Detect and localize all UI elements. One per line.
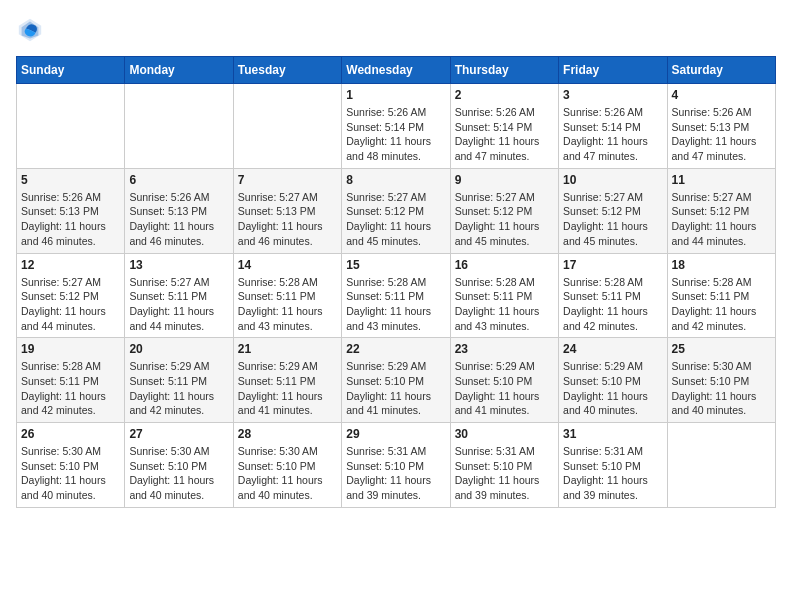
day-number: 29 xyxy=(346,427,445,441)
day-number: 21 xyxy=(238,342,337,356)
day-number: 31 xyxy=(563,427,662,441)
day-number: 8 xyxy=(346,173,445,187)
day-number: 16 xyxy=(455,258,554,272)
day-info: Sunrise: 5:28 AMSunset: 5:11 PMDaylight:… xyxy=(563,275,662,334)
day-info: Sunrise: 5:28 AMSunset: 5:11 PMDaylight:… xyxy=(238,275,337,334)
day-info: Sunrise: 5:31 AMSunset: 5:10 PMDaylight:… xyxy=(455,444,554,503)
calendar-header-row: SundayMondayTuesdayWednesdayThursdayFrid… xyxy=(17,57,776,84)
day-info: Sunrise: 5:27 AMSunset: 5:12 PMDaylight:… xyxy=(346,190,445,249)
day-info: Sunrise: 5:30 AMSunset: 5:10 PMDaylight:… xyxy=(21,444,120,503)
calendar-cell: 15Sunrise: 5:28 AMSunset: 5:11 PMDayligh… xyxy=(342,253,450,338)
calendar-cell: 29Sunrise: 5:31 AMSunset: 5:10 PMDayligh… xyxy=(342,423,450,508)
calendar-cell xyxy=(233,84,341,169)
day-info: Sunrise: 5:31 AMSunset: 5:10 PMDaylight:… xyxy=(346,444,445,503)
calendar-cell: 5Sunrise: 5:26 AMSunset: 5:13 PMDaylight… xyxy=(17,168,125,253)
weekday-header-monday: Monday xyxy=(125,57,233,84)
calendar-cell: 11Sunrise: 5:27 AMSunset: 5:12 PMDayligh… xyxy=(667,168,775,253)
calendar-week-row: 5Sunrise: 5:26 AMSunset: 5:13 PMDaylight… xyxy=(17,168,776,253)
day-info: Sunrise: 5:29 AMSunset: 5:10 PMDaylight:… xyxy=(455,359,554,418)
calendar-cell: 14Sunrise: 5:28 AMSunset: 5:11 PMDayligh… xyxy=(233,253,341,338)
calendar-cell: 1Sunrise: 5:26 AMSunset: 5:14 PMDaylight… xyxy=(342,84,450,169)
calendar-cell: 7Sunrise: 5:27 AMSunset: 5:13 PMDaylight… xyxy=(233,168,341,253)
calendar-cell: 19Sunrise: 5:28 AMSunset: 5:11 PMDayligh… xyxy=(17,338,125,423)
day-info: Sunrise: 5:28 AMSunset: 5:11 PMDaylight:… xyxy=(346,275,445,334)
day-number: 27 xyxy=(129,427,228,441)
day-info: Sunrise: 5:27 AMSunset: 5:12 PMDaylight:… xyxy=(455,190,554,249)
day-info: Sunrise: 5:30 AMSunset: 5:10 PMDaylight:… xyxy=(238,444,337,503)
day-info: Sunrise: 5:29 AMSunset: 5:11 PMDaylight:… xyxy=(129,359,228,418)
day-info: Sunrise: 5:26 AMSunset: 5:13 PMDaylight:… xyxy=(21,190,120,249)
day-number: 23 xyxy=(455,342,554,356)
day-info: Sunrise: 5:27 AMSunset: 5:11 PMDaylight:… xyxy=(129,275,228,334)
day-number: 6 xyxy=(129,173,228,187)
day-info: Sunrise: 5:26 AMSunset: 5:13 PMDaylight:… xyxy=(672,105,771,164)
weekday-header-friday: Friday xyxy=(559,57,667,84)
day-info: Sunrise: 5:26 AMSunset: 5:14 PMDaylight:… xyxy=(346,105,445,164)
weekday-header-wednesday: Wednesday xyxy=(342,57,450,84)
day-info: Sunrise: 5:30 AMSunset: 5:10 PMDaylight:… xyxy=(129,444,228,503)
day-number: 18 xyxy=(672,258,771,272)
calendar-week-row: 1Sunrise: 5:26 AMSunset: 5:14 PMDaylight… xyxy=(17,84,776,169)
calendar-cell xyxy=(667,423,775,508)
calendar-cell: 8Sunrise: 5:27 AMSunset: 5:12 PMDaylight… xyxy=(342,168,450,253)
calendar-week-row: 26Sunrise: 5:30 AMSunset: 5:10 PMDayligh… xyxy=(17,423,776,508)
day-info: Sunrise: 5:28 AMSunset: 5:11 PMDaylight:… xyxy=(455,275,554,334)
weekday-header-tuesday: Tuesday xyxy=(233,57,341,84)
day-number: 30 xyxy=(455,427,554,441)
calendar-cell: 3Sunrise: 5:26 AMSunset: 5:14 PMDaylight… xyxy=(559,84,667,169)
day-info: Sunrise: 5:29 AMSunset: 5:11 PMDaylight:… xyxy=(238,359,337,418)
day-number: 13 xyxy=(129,258,228,272)
day-number: 5 xyxy=(21,173,120,187)
day-number: 10 xyxy=(563,173,662,187)
calendar-cell: 25Sunrise: 5:30 AMSunset: 5:10 PMDayligh… xyxy=(667,338,775,423)
day-number: 26 xyxy=(21,427,120,441)
calendar-cell: 10Sunrise: 5:27 AMSunset: 5:12 PMDayligh… xyxy=(559,168,667,253)
day-number: 9 xyxy=(455,173,554,187)
calendar-cell: 24Sunrise: 5:29 AMSunset: 5:10 PMDayligh… xyxy=(559,338,667,423)
calendar-cell: 16Sunrise: 5:28 AMSunset: 5:11 PMDayligh… xyxy=(450,253,558,338)
day-info: Sunrise: 5:31 AMSunset: 5:10 PMDaylight:… xyxy=(563,444,662,503)
calendar-week-row: 12Sunrise: 5:27 AMSunset: 5:12 PMDayligh… xyxy=(17,253,776,338)
day-info: Sunrise: 5:27 AMSunset: 5:12 PMDaylight:… xyxy=(672,190,771,249)
calendar-cell: 22Sunrise: 5:29 AMSunset: 5:10 PMDayligh… xyxy=(342,338,450,423)
day-number: 17 xyxy=(563,258,662,272)
day-number: 3 xyxy=(563,88,662,102)
day-number: 2 xyxy=(455,88,554,102)
day-number: 1 xyxy=(346,88,445,102)
day-number: 15 xyxy=(346,258,445,272)
calendar-cell: 31Sunrise: 5:31 AMSunset: 5:10 PMDayligh… xyxy=(559,423,667,508)
day-number: 11 xyxy=(672,173,771,187)
calendar-cell xyxy=(125,84,233,169)
calendar-cell: 18Sunrise: 5:28 AMSunset: 5:11 PMDayligh… xyxy=(667,253,775,338)
calendar-table: SundayMondayTuesdayWednesdayThursdayFrid… xyxy=(16,56,776,508)
day-info: Sunrise: 5:29 AMSunset: 5:10 PMDaylight:… xyxy=(346,359,445,418)
day-info: Sunrise: 5:26 AMSunset: 5:14 PMDaylight:… xyxy=(455,105,554,164)
calendar-cell: 21Sunrise: 5:29 AMSunset: 5:11 PMDayligh… xyxy=(233,338,341,423)
day-info: Sunrise: 5:28 AMSunset: 5:11 PMDaylight:… xyxy=(672,275,771,334)
day-number: 14 xyxy=(238,258,337,272)
page-header xyxy=(16,16,776,44)
day-info: Sunrise: 5:26 AMSunset: 5:14 PMDaylight:… xyxy=(563,105,662,164)
calendar-cell: 26Sunrise: 5:30 AMSunset: 5:10 PMDayligh… xyxy=(17,423,125,508)
day-number: 4 xyxy=(672,88,771,102)
calendar-cell xyxy=(17,84,125,169)
day-info: Sunrise: 5:27 AMSunset: 5:12 PMDaylight:… xyxy=(21,275,120,334)
calendar-cell: 30Sunrise: 5:31 AMSunset: 5:10 PMDayligh… xyxy=(450,423,558,508)
day-number: 22 xyxy=(346,342,445,356)
calendar-cell: 13Sunrise: 5:27 AMSunset: 5:11 PMDayligh… xyxy=(125,253,233,338)
calendar-cell: 28Sunrise: 5:30 AMSunset: 5:10 PMDayligh… xyxy=(233,423,341,508)
day-info: Sunrise: 5:28 AMSunset: 5:11 PMDaylight:… xyxy=(21,359,120,418)
calendar-cell: 23Sunrise: 5:29 AMSunset: 5:10 PMDayligh… xyxy=(450,338,558,423)
calendar-cell: 6Sunrise: 5:26 AMSunset: 5:13 PMDaylight… xyxy=(125,168,233,253)
day-number: 19 xyxy=(21,342,120,356)
day-number: 25 xyxy=(672,342,771,356)
logo xyxy=(16,16,48,44)
day-info: Sunrise: 5:26 AMSunset: 5:13 PMDaylight:… xyxy=(129,190,228,249)
weekday-header-saturday: Saturday xyxy=(667,57,775,84)
calendar-cell: 9Sunrise: 5:27 AMSunset: 5:12 PMDaylight… xyxy=(450,168,558,253)
day-number: 12 xyxy=(21,258,120,272)
day-info: Sunrise: 5:29 AMSunset: 5:10 PMDaylight:… xyxy=(563,359,662,418)
day-number: 7 xyxy=(238,173,337,187)
day-info: Sunrise: 5:27 AMSunset: 5:12 PMDaylight:… xyxy=(563,190,662,249)
day-info: Sunrise: 5:27 AMSunset: 5:13 PMDaylight:… xyxy=(238,190,337,249)
